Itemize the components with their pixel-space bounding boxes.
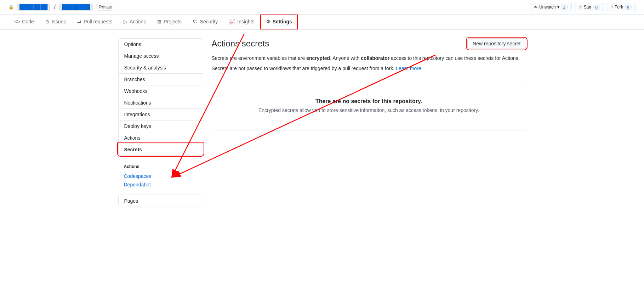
empty-title: There are no secrets for this repository… [221, 98, 517, 105]
content-area: Actions secrets New repository secret Se… [212, 38, 526, 207]
fork-icon: ⑂ [611, 5, 613, 10]
empty-secrets-box: There are no secrets for this repository… [212, 81, 526, 130]
repo-separator: / [54, 4, 56, 11]
dependabot-label: Dependabot [124, 182, 151, 187]
tab-code-label: Code [22, 19, 34, 24]
content-header: Actions secrets New repository secret [212, 38, 526, 49]
nav-tabs: <> Code ⊙ Issues ⇄ Pull requests ▷ Actio… [0, 15, 644, 30]
page-title: Actions secrets [212, 39, 269, 49]
tab-actions-label: Actions [130, 19, 146, 24]
tab-issues-label: Issues [52, 19, 66, 24]
tab-issues[interactable]: ⊙ Issues [40, 15, 72, 29]
issues-icon: ⊙ [45, 19, 50, 24]
sidebar-section-title: Actions [118, 161, 203, 172]
sidebar: Options Manage access Security & analysi… [118, 38, 203, 207]
sidebar-item-secrets[interactable]: Secrets [118, 144, 203, 156]
sidebar-pages-item[interactable]: Pages [119, 195, 203, 207]
actions-icon: ▷ [124, 19, 127, 24]
tab-projects-label: Projects [164, 19, 182, 24]
repo-info: 🔒 ████████ / ████████ Private [8, 4, 530, 11]
tab-actions[interactable]: ▷ Actions [118, 15, 152, 29]
top-actions: 👁 Unwatch ▾ 1 ☆ Star 0 ⑂ Fork 0 [530, 3, 636, 11]
sidebar-item-actions[interactable]: Actions [118, 132, 203, 144]
unwatch-label: Unwatch [539, 5, 556, 10]
projects-icon: ⊞ [157, 19, 161, 24]
description-line1: Secrets are environment variables that a… [212, 55, 526, 62]
unwatch-count: 1 [561, 5, 568, 10]
sidebar-deploy-keys-label: Deploy keys [124, 123, 151, 129]
tab-pull-requests[interactable]: ⇄ Pull requests [72, 15, 118, 29]
sidebar-notifications-label: Notifications [124, 100, 151, 106]
top-bar: 🔒 ████████ / ████████ Private 👁 Unwatch … [0, 0, 644, 15]
sidebar-manage-access-label: Manage access [124, 53, 159, 59]
tab-insights-label: Insights [237, 19, 254, 24]
pr-icon: ⇄ [77, 19, 81, 24]
sidebar-item-security-analysis[interactable]: Security & analysis [118, 62, 203, 73]
codespaces-label: Codespaces [124, 173, 152, 179]
tab-projects[interactable]: ⊞ Projects [152, 15, 187, 29]
star-count: 0 [593, 5, 600, 10]
sidebar-item-options[interactable]: Options [118, 38, 203, 50]
repo-name: ████████ [59, 4, 93, 11]
sidebar-security-analysis-label: Security & analysis [124, 65, 166, 71]
sidebar-link-codespaces[interactable]: Codespaces [118, 172, 203, 180]
sidebar-actions-label: Actions [124, 135, 141, 141]
private-badge: Private [96, 4, 115, 11]
sidebar-integrations-label: Integrations [124, 112, 150, 117]
tab-pr-label: Pull requests [84, 19, 112, 24]
repo-owner: ████████ [17, 4, 50, 11]
main-layout: Options Manage access Security & analysi… [110, 38, 535, 207]
eye-icon: 👁 [534, 5, 538, 10]
sidebar-branches-label: Branches [124, 77, 145, 82]
fork-count: 0 [625, 5, 632, 10]
tab-settings-label: Settings [273, 19, 292, 24]
code-icon: <> [14, 19, 20, 24]
sidebar-item-integrations[interactable]: Integrations [118, 108, 203, 120]
new-repository-secret-button[interactable]: New repository secret [467, 38, 526, 49]
empty-description: Encrypted secrets allow you to store sen… [221, 107, 517, 113]
description-line2: Secrets are not passed to workflows that… [212, 65, 526, 72]
pages-label: Pages [124, 198, 138, 204]
sidebar-secrets-label: Secrets [124, 147, 142, 152]
fork-button[interactable]: ⑂ Fork 0 [607, 3, 636, 11]
lock-icon: 🔒 [8, 5, 14, 10]
collaborator-bold: collaborator [361, 55, 389, 61]
star-label: Star [584, 5, 592, 10]
insights-icon: 📈 [229, 19, 235, 24]
star-button[interactable]: ☆ Star 0 [575, 3, 604, 11]
learn-more-link[interactable]: Learn more [396, 66, 421, 71]
settings-icon: ⚙ [266, 19, 270, 24]
tab-settings[interactable]: ⚙ Settings [260, 15, 298, 29]
unwatch-button[interactable]: 👁 Unwatch ▾ 1 [530, 3, 572, 11]
sidebar-actions-section: Actions Codespaces Dependabot [118, 161, 203, 189]
sidebar-item-manage-access[interactable]: Manage access [118, 50, 203, 62]
fork-label: Fork [615, 5, 623, 10]
security-icon: 🛡 [193, 19, 198, 24]
tab-security-label: Security [200, 19, 218, 24]
tab-security[interactable]: 🛡 Security [187, 15, 224, 29]
sidebar-item-branches[interactable]: Branches [118, 73, 203, 85]
tab-code[interactable]: <> Code [8, 15, 40, 29]
sidebar-webhooks-label: Webhooks [124, 88, 148, 94]
star-icon: ☆ [579, 5, 582, 10]
sidebar-link-dependabot[interactable]: Dependabot [118, 180, 203, 189]
tab-insights[interactable]: 📈 Insights [223, 15, 260, 29]
sidebar-item-webhooks[interactable]: Webhooks [118, 85, 203, 97]
sidebar-item-deploy-keys[interactable]: Deploy keys [118, 120, 203, 132]
encrypted-bold: encrypted [306, 55, 330, 61]
sidebar-pages-section: Pages [118, 195, 203, 207]
sidebar-item-notifications[interactable]: Notifications [118, 97, 203, 108]
unwatch-dropdown-icon: ▾ [557, 5, 559, 10]
sidebar-options-label: Options [124, 41, 141, 47]
